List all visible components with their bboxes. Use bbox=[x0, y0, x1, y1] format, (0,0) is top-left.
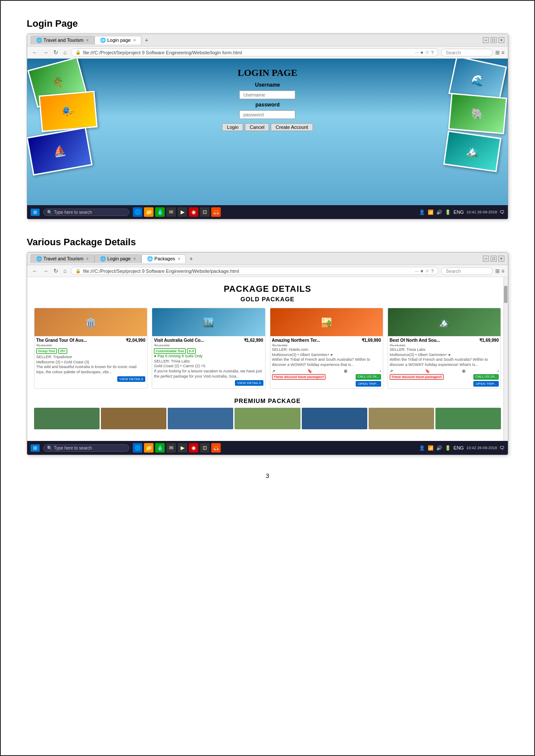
refresh-btn-2[interactable]: ↻ bbox=[52, 268, 59, 274]
more-icon-4[interactable]: › bbox=[497, 369, 499, 373]
compare-icon-4[interactable]: ⊞ bbox=[462, 369, 466, 373]
open-trip-btn-3[interactable]: OPEN TRIP... bbox=[356, 381, 381, 387]
search-placeholder-2: Search bbox=[446, 269, 461, 274]
open-trip-btn-4[interactable]: OPEN TRIP... bbox=[473, 381, 499, 387]
taskbar-search-1[interactable]: 🔍 Type here to search bbox=[43, 209, 129, 216]
menu-icon-2[interactable]: ≡ bbox=[501, 268, 504, 274]
tab-login-page-2[interactable]: 🌐 Login page × bbox=[94, 254, 141, 263]
taskbar-edge-icon[interactable]: 🌐 bbox=[133, 207, 142, 217]
view-details-btn-1[interactable]: VIEW DETAILS bbox=[117, 376, 145, 382]
minimize-btn-2[interactable]: – bbox=[483, 256, 489, 262]
tab-close-pkg[interactable]: × bbox=[178, 256, 180, 261]
card-label-4: CALL US 24... bbox=[473, 374, 499, 380]
taskbar-media-icon[interactable]: ▶ bbox=[178, 207, 187, 217]
card-tag-25: 25+ bbox=[58, 348, 68, 354]
taskbar-dropbox-icon-2[interactable]: 💧 bbox=[155, 443, 165, 453]
taskbar-firefox-icon-2[interactable]: 🦊 bbox=[211, 443, 221, 453]
view-details-btn-2[interactable]: VIEW DETAILS bbox=[235, 380, 263, 386]
create-account-button[interactable]: Create Account bbox=[271, 123, 313, 131]
taskbar-volume-icon-2: 🔊 bbox=[436, 445, 442, 451]
forward-btn-2[interactable]: → bbox=[41, 268, 50, 274]
card-body-3: Amazing Northern Ter... ₹1,69,990 ₹1,74,… bbox=[270, 336, 383, 388]
taskbar-search-2[interactable]: 🔍 Type here to search bbox=[43, 444, 129, 452]
windows-start-btn-2[interactable]: ⊞ bbox=[31, 444, 40, 452]
tab-close-2[interactable]: × bbox=[133, 38, 136, 43]
share-icon-3[interactable]: ↗ bbox=[272, 369, 275, 373]
taskbar-people-icon: 👤 bbox=[419, 209, 425, 215]
save-icon-3[interactable]: 🔖 bbox=[307, 369, 312, 373]
extensions-icon-2[interactable]: ⊞ bbox=[495, 268, 500, 274]
card-footer-4: These discount travel packages!! CALL US… bbox=[390, 374, 499, 380]
login-button[interactable]: Login bbox=[222, 123, 243, 131]
refresh-btn-1[interactable]: ↻ bbox=[52, 49, 59, 56]
taskbar-search-text-2: Type here to search bbox=[54, 446, 92, 450]
tab-packages[interactable]: 🌐 Packages × bbox=[141, 254, 186, 263]
address-bar-1[interactable]: 🔒 file:///C:/Project/Sep/project 9 Softw… bbox=[71, 48, 438, 56]
maximize-btn-1[interactable]: □ bbox=[491, 37, 497, 43]
tab-travel-tourism-2[interactable]: 🌐 Travel and Tourism × bbox=[31, 254, 94, 263]
packages-section-title: Various Package Details bbox=[27, 237, 508, 248]
taskbar-app6-icon[interactable]: ⊡ bbox=[200, 207, 210, 217]
tab-travel-tourism-1[interactable]: 🌐 Travel and Tourism × bbox=[31, 36, 94, 44]
shield-icon-2: ? bbox=[431, 269, 434, 274]
tab-label-pkg: 🌐 Packages bbox=[147, 256, 175, 262]
card-actions-3: ↗ 🔖 ⊞ › bbox=[272, 369, 381, 373]
cancel-button[interactable]: Cancel bbox=[245, 123, 269, 131]
extensions-icon[interactable]: ⊞ bbox=[495, 50, 500, 56]
taskbar-firefox-icon[interactable]: 🦊 bbox=[211, 207, 221, 217]
minimize-btn-1[interactable]: – bbox=[483, 37, 489, 43]
card-tag-custom: Customisable Tour bbox=[154, 348, 186, 354]
address-bar-2[interactable]: 🔒 file:///C:/Project/Sep/project 9 Softw… bbox=[71, 267, 438, 275]
browser-search-1[interactable]: Search bbox=[441, 49, 493, 56]
taskbar-media-icon-2[interactable]: ▶ bbox=[178, 443, 187, 453]
card-label-3: CALL US 24... bbox=[356, 374, 381, 380]
compare-icon-3[interactable]: ⊞ bbox=[344, 369, 347, 373]
more-icon-3[interactable]: › bbox=[380, 369, 381, 373]
tab-close-1[interactable]: × bbox=[86, 38, 89, 43]
scrollbar-thumb[interactable] bbox=[504, 286, 507, 303]
premium-img-6 bbox=[369, 408, 434, 429]
taskbar-notif-icon-2[interactable]: 🗨 bbox=[500, 445, 504, 450]
close-btn-1[interactable]: × bbox=[498, 37, 504, 43]
tab-add-1[interactable]: + bbox=[141, 37, 152, 44]
tab-add-2[interactable]: + bbox=[186, 255, 196, 262]
username-input[interactable] bbox=[239, 91, 295, 99]
maximize-btn-2[interactable]: □ bbox=[491, 256, 497, 262]
share-icon-4[interactable]: ↗ bbox=[390, 369, 393, 373]
back-btn-1[interactable]: ← bbox=[31, 49, 39, 56]
package-card-2: 🏙️ Visit Australia Gold Co... ₹1,62,990 … bbox=[152, 308, 265, 389]
card-image-2: 🏙️ bbox=[152, 308, 265, 336]
browser-nav-icons-2: ⊞ ≡ bbox=[495, 268, 504, 274]
taskbar-dropbox-icon[interactable]: 💧 bbox=[155, 207, 165, 217]
save-icon-4[interactable]: 🔖 bbox=[425, 369, 430, 373]
taskbar-file-icon[interactable]: 📁 bbox=[144, 207, 153, 217]
back-btn-2[interactable]: ← bbox=[31, 268, 39, 274]
taskbar-edge-icon-2[interactable]: 🌐 bbox=[133, 443, 142, 453]
card-image-3: 🏜️ bbox=[270, 308, 383, 336]
taskbar-wifi-icon-2: 📶 bbox=[428, 445, 434, 451]
taskbar-app5-icon[interactable]: ◉ bbox=[189, 207, 198, 217]
taskbar-mail-icon-2[interactable]: ✉ bbox=[166, 443, 176, 453]
windows-start-btn-1[interactable]: ⊞ bbox=[31, 209, 40, 216]
close-btn-2[interactable]: × bbox=[498, 256, 504, 262]
taskbar-lang-text: ENG bbox=[454, 209, 464, 215]
tab-login-page[interactable]: 🌐 Login page × bbox=[94, 36, 141, 44]
browser-search-2[interactable]: Search bbox=[441, 267, 493, 275]
home-btn-2[interactable]: ⌂ bbox=[62, 268, 68, 274]
password-label: password bbox=[255, 102, 279, 108]
menu-icon-1[interactable]: ≡ bbox=[501, 50, 504, 56]
taskbar-notif-icon[interactable]: 🗨 bbox=[500, 209, 504, 215]
password-input[interactable] bbox=[239, 110, 295, 119]
packages-scrollbar[interactable] bbox=[504, 277, 508, 441]
ellipsis-icon: ··· bbox=[415, 269, 419, 274]
tab-close-lp[interactable]: × bbox=[133, 256, 136, 261]
home-btn-1[interactable]: ⌂ bbox=[62, 49, 68, 56]
forward-btn-1[interactable]: → bbox=[41, 49, 50, 56]
taskbar-file-icon-2[interactable]: 📁 bbox=[144, 443, 153, 453]
taskbar-app6-icon-2[interactable]: ⊡ bbox=[200, 443, 210, 453]
taskbar-mail-icon[interactable]: ✉ bbox=[166, 207, 176, 217]
heart-icon-2: ♥ bbox=[420, 269, 423, 274]
taskbar-apps-2: 🌐 📁 💧 ✉ ▶ ◉ ⊡ 🦊 bbox=[133, 443, 221, 453]
tab-close-tt[interactable]: × bbox=[86, 256, 89, 261]
taskbar-app5-icon-2[interactable]: ◉ bbox=[189, 443, 198, 453]
